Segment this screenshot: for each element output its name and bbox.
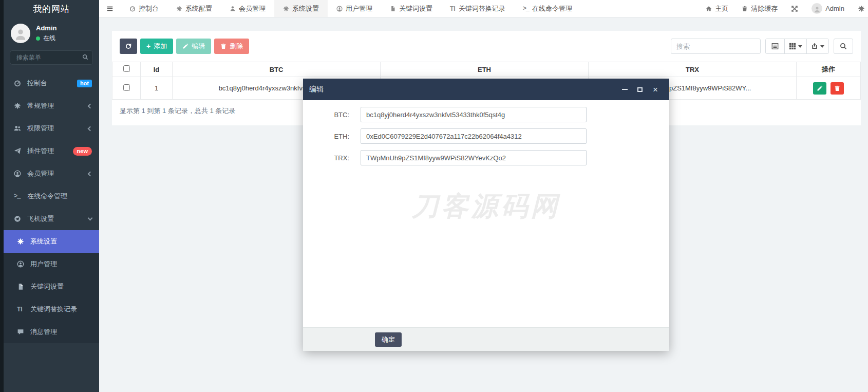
sidebar-item-system-settings[interactable]: 系统设置 — [4, 230, 99, 253]
table-header-row: Id BTC ETH TRX 操作 — [112, 62, 861, 77]
sidebar-item-member[interactable]: 会员管理 — [4, 162, 99, 185]
sidebar-item-user-manage[interactable]: 用户管理 — [4, 253, 99, 275]
gear-icon — [283, 6, 289, 12]
gauge-icon — [129, 6, 136, 12]
terminal-icon: >_ — [14, 193, 27, 200]
sidebar-item-addon[interactable]: 插件管理 new — [4, 140, 99, 162]
gear-icon — [17, 238, 30, 245]
caret-down-icon — [798, 45, 802, 48]
add-button[interactable]: +添加 — [140, 39, 173, 54]
col-eth: ETH — [381, 62, 589, 77]
tab-system-config[interactable]: 系统配置 — [167, 0, 221, 17]
text-icon: TI — [17, 306, 30, 313]
chevron-left-icon — [88, 103, 93, 108]
chevron-down-icon — [88, 216, 93, 221]
tab-user-manage[interactable]: 用户管理 — [328, 0, 381, 17]
tab-member-manage[interactable]: 会员管理 — [221, 0, 274, 17]
table-toolbar: +添加 编辑 删除 — [112, 31, 861, 62]
sidebar-toggle-button[interactable] — [99, 0, 121, 17]
confirm-button[interactable]: 确定 — [375, 332, 402, 347]
gear-icon — [176, 6, 182, 12]
table-search-input[interactable] — [671, 39, 761, 54]
pencil-icon — [817, 85, 823, 91]
person-icon — [814, 6, 821, 13]
sidebar-submenu: 系统设置 用户管理 关键词设置 TI 关键词替换记录 消息管理 — [4, 230, 99, 343]
gauge-icon — [14, 80, 27, 87]
home-icon — [706, 6, 712, 12]
toggle-view-button[interactable] — [766, 39, 784, 53]
col-id: Id — [141, 62, 173, 77]
export-button[interactable] — [806, 39, 828, 53]
row-checkbox[interactable] — [123, 84, 130, 91]
row-delete-button[interactable] — [831, 82, 844, 95]
user-icon — [230, 6, 236, 12]
sidebar-item-telegram-settings[interactable]: 飞机设置 — [4, 208, 99, 230]
minimize-icon[interactable] — [621, 86, 628, 93]
eth-field[interactable] — [361, 128, 587, 144]
list-view-icon — [771, 43, 779, 50]
users-icon — [14, 125, 27, 132]
user-dropdown[interactable]: Admin — [805, 0, 851, 17]
online-dot-icon — [36, 36, 40, 41]
terminal-icon: >_ — [523, 5, 529, 12]
refresh-icon — [125, 43, 132, 50]
user-name: Admin — [36, 24, 56, 32]
fullscreen-button[interactable] — [784, 0, 805, 17]
tab-keyword-settings[interactable]: 关键词设置 — [381, 0, 441, 17]
file-icon — [17, 283, 30, 290]
close-icon[interactable]: × — [652, 86, 659, 93]
gears-icon — [14, 102, 27, 109]
settings-button[interactable] — [851, 0, 867, 17]
person-icon — [14, 28, 27, 42]
trash-icon — [834, 85, 840, 91]
sidebar-item-keyword-settings[interactable]: 关键词设置 — [4, 275, 99, 298]
eth-label: ETH: — [303, 133, 361, 140]
chevron-left-icon — [88, 171, 93, 176]
dialog-body: BTC: ETH: TRX: 刀客源码网 — [303, 100, 669, 327]
navbar-user-name: Admin — [825, 5, 844, 12]
cell-id: 1 — [141, 77, 173, 100]
clear-cache-link[interactable]: 清除缓存 — [735, 0, 784, 17]
btc-field[interactable] — [361, 107, 587, 122]
trash-icon — [742, 6, 748, 12]
sidebar-item-auth[interactable]: 权限管理 — [4, 117, 99, 140]
chevron-left-icon — [88, 126, 93, 131]
dialog-footer: 确定 — [303, 327, 669, 351]
plus-icon: + — [146, 43, 150, 50]
export-icon — [811, 43, 818, 50]
sidebar-menu: 控制台 hot 常规管理 权限管理 插件管理 new 会员管理 — [4, 72, 99, 230]
menu-search-input[interactable] — [10, 50, 93, 65]
sidebar: 我的网站 Admin 在线 控制台 hot 常规管理 — [0, 0, 99, 392]
search-icon — [840, 43, 847, 50]
search-button[interactable] — [834, 39, 853, 54]
select-all-header — [112, 62, 141, 77]
sidebar-item-message-manage[interactable]: 消息管理 — [4, 321, 99, 343]
text-icon: TI — [450, 5, 456, 12]
sidebar-item-keyword-replace-log[interactable]: TI 关键词替换记录 — [4, 298, 99, 321]
row-edit-button[interactable] — [813, 82, 826, 95]
site-title: 我的网站 — [4, 0, 99, 18]
home-link[interactable]: 主页 — [699, 0, 735, 17]
sidebar-item-dashboard[interactable]: 控制台 hot — [4, 72, 99, 95]
delete-button[interactable]: 删除 — [214, 39, 249, 54]
columns-button[interactable] — [784, 39, 806, 53]
trx-field[interactable] — [361, 150, 587, 165]
dialog-titlebar: 编辑 × — [303, 79, 669, 100]
refresh-button[interactable] — [120, 39, 137, 54]
tab-keyword-replace-log[interactable]: TI关键词替换记录 — [441, 0, 514, 17]
edit-dialog: 编辑 × BTC: ETH: TRX: 刀客源码网 确定 — [303, 79, 669, 351]
sidebar-item-general[interactable]: 常规管理 — [4, 95, 99, 117]
tab-system-settings[interactable]: 系统设置 — [274, 0, 328, 17]
gears-icon — [858, 5, 865, 12]
avatar — [812, 3, 822, 14]
dialog-title: 编辑 — [309, 85, 324, 94]
maximize-icon[interactable] — [636, 86, 644, 93]
sidebar-item-command[interactable]: >_ 在线命令管理 — [4, 185, 99, 208]
hamburger-icon — [106, 5, 114, 12]
select-all-checkbox[interactable] — [123, 65, 130, 72]
tab-command-manage[interactable]: >_在线命令管理 — [514, 0, 581, 17]
edit-button[interactable]: 编辑 — [176, 39, 211, 54]
paper-plane-icon — [14, 147, 27, 155]
tab-dashboard[interactable]: 控制台 — [121, 0, 167, 17]
grid-icon — [789, 43, 796, 50]
